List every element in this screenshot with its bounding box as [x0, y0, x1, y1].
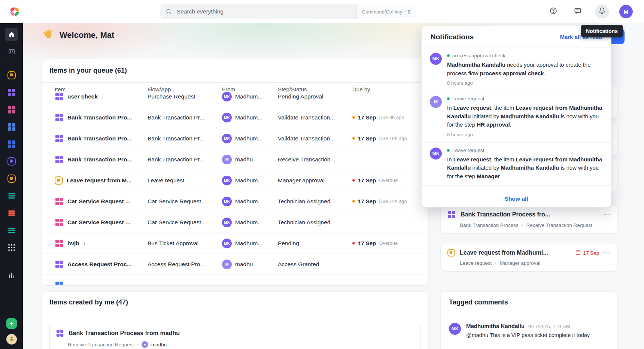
from-avatar: MK	[222, 218, 232, 227]
notification-type: Leave request	[452, 96, 484, 101]
queue-row[interactable]: hvjb↓Bus Ticket ApprovalMKMadhum...Pendi…	[42, 233, 428, 254]
sidebar-item-app-pink-grid[interactable]	[5, 103, 18, 116]
item-flow: Access Request Pro...	[148, 261, 222, 268]
sidebar-item-boards[interactable]	[5, 45, 18, 58]
queue-row[interactable]: Bank Transaction Pro...Bank Transaction …	[42, 128, 428, 149]
item-name: Bank Transaction Pro...	[67, 135, 132, 142]
sidebar-item-process-teal-2[interactable]	[5, 224, 18, 237]
notification-time: 8 hours ago	[447, 80, 604, 86]
created-item[interactable]: Bank Transaction Process from madhuRecei…	[49, 323, 421, 349]
sidebar-item-app-amber-frame[interactable]	[5, 172, 18, 185]
tagged-comments-card: Tagged comments MKMadhumitha Kandallu9/1…	[441, 292, 617, 349]
search-input[interactable]: Search everything Command/Ctrl key + E	[160, 4, 416, 19]
sidebar-item-dataset-red[interactable]	[5, 206, 18, 220]
column-header-due-by: Due by	[352, 86, 422, 92]
comment-body: Madhumitha Kandallu9/17/2025, 1:11 AM@ma…	[466, 323, 590, 338]
item-app-icon	[7, 105, 16, 114]
item-app-icon	[55, 176, 63, 185]
queue-row[interactable]: Bank Transaction Pro...Bank Transaction …	[42, 149, 428, 170]
queue-card: Items in your queue (61) ItemFlow/AppFro…	[42, 59, 428, 285]
sidebar-item-app-purple-grid[interactable]	[5, 86, 18, 99]
item-flow: Bank Transaction Pr...	[148, 156, 222, 163]
from-name: Madhum...	[235, 93, 262, 100]
user-avatar[interactable]: M	[619, 5, 633, 18]
process-teal-icon	[8, 193, 15, 198]
item-flow: Car Service Request...	[148, 219, 222, 226]
sidebar-item-app-indigo-frame[interactable]	[5, 155, 18, 168]
item-app-icon	[447, 210, 456, 219]
item-app-icon	[56, 329, 64, 337]
notification-item[interactable]: MKLeave requestIn Leave request, the ite…	[422, 143, 611, 186]
from-avatar: MK	[222, 92, 232, 101]
item-app-icon	[55, 239, 64, 248]
right-card-top: Bank Transaction Process fro...⋯	[447, 210, 611, 219]
from-cell: MKMadhum...	[222, 113, 278, 122]
item-name: Car Service Request ...	[67, 219, 130, 226]
notifications-button[interactable]	[595, 4, 609, 19]
sidebar-item-analytics[interactable]	[5, 268, 18, 282]
item-due: 17 SepDue 9h ago	[352, 114, 422, 121]
queue-row[interactable]: Car Service Request ...Car Service Reque…	[42, 191, 428, 212]
show-all-link[interactable]: Show all	[505, 195, 528, 202]
right-item-card[interactable]: Bank Transaction Process fro...⋯Bank Tra…	[441, 205, 617, 233]
created-item-step: Receive Transaction Request	[68, 342, 134, 348]
right-item-card[interactable]: Leave request from Madhumi...17 Sep⋯Leav…	[441, 243, 617, 271]
tagged-comments-list: MKMadhumitha Kandallu9/17/2025, 1:11 AM@…	[449, 323, 609, 338]
item-flow: Car Service Request...	[148, 198, 222, 205]
due-dash: —	[352, 261, 358, 268]
sidebar-item-app-blue-grid[interactable]	[5, 120, 18, 134]
kissflow-logo-icon	[9, 6, 20, 19]
sidebar-user-avatar[interactable]	[6, 334, 17, 345]
due-date: 17 Sep	[358, 135, 376, 142]
sidebar-item-home[interactable]	[5, 28, 18, 41]
from-avatar: MK	[222, 197, 232, 206]
notification-item[interactable]: MLeave requestIn Leave request, the item…	[422, 91, 611, 143]
more-menu-icon[interactable]: ⋯	[604, 213, 611, 216]
queue-row[interactable]: Leave request from M...Leave requestMKMa…	[42, 170, 428, 191]
due-status-dot	[352, 179, 355, 182]
notification-avatar: M	[430, 96, 442, 108]
item-due: 17 SepOverdue	[352, 240, 422, 246]
from-name: Madhum...	[235, 240, 262, 247]
notification-avatar: MK	[430, 53, 442, 65]
item-status: Technician Assigned	[278, 219, 352, 226]
topbar: Search everything Command/Ctrl key + E M	[0, 0, 644, 23]
bullet-separator: •	[137, 342, 139, 348]
queue-row[interactable]	[42, 275, 428, 285]
help-button[interactable]	[546, 4, 561, 19]
sidebar-item-all-apps[interactable]	[5, 241, 18, 254]
item-status: Pending Approval	[278, 93, 352, 100]
queue-row[interactable]: Access Request Proc...Access Request Pro…	[42, 254, 428, 275]
queue-row[interactable]: Car Service Request ...Car Service Reque…	[42, 212, 428, 233]
item-name: hvjb	[67, 240, 79, 247]
created-card: Items created by me (47) Bank Transactio…	[42, 292, 428, 349]
feedback-button[interactable]	[571, 4, 585, 19]
created-item-title: Bank Transaction Process from madhu	[69, 330, 180, 337]
from-name: madhu	[235, 156, 253, 163]
notification-content: process approval checkMadhumitha Kandall…	[447, 53, 604, 86]
tagged-comment[interactable]: MKMadhumitha Kandallu9/17/2025, 1:11 AM@…	[449, 323, 609, 338]
calendar-icon	[575, 249, 581, 257]
right-card-title: Leave request from Madhumi...	[460, 249, 571, 256]
notification-item[interactable]: MKprocess approval checkMadhumitha Kanda…	[422, 48, 611, 91]
item-app-icon	[7, 71, 16, 79]
sidebar-item-app-orange-frame[interactable]	[5, 69, 18, 82]
dataset-red-icon	[8, 210, 15, 216]
column-header-step-status: Step/Status	[278, 86, 352, 92]
item-flow: Bank Transaction Pr...	[148, 135, 222, 142]
item-status: Receive Transaction...	[278, 156, 352, 163]
item-flow: Bus Ticket Approval	[148, 240, 222, 247]
from-name: Madhum...	[235, 177, 262, 184]
notification-time: 8 hours ago	[447, 132, 604, 137]
more-menu-icon[interactable]: ⋯	[604, 251, 611, 255]
item-due: 17 SepOverdue	[352, 177, 422, 183]
from-name: Madhum...	[235, 114, 262, 121]
queue-row[interactable]: Bank Transaction Pro...Bank Transaction …	[42, 107, 428, 128]
item-name: Bank Transaction Pro...	[67, 114, 132, 121]
sidebar-item-process-teal[interactable]	[5, 189, 18, 203]
item-due: 17 SepDue 10h ago	[352, 135, 422, 142]
sidebar-item-app-royal-blue-grid[interactable]	[5, 137, 18, 151]
notification-content: Leave requestIn Leave request, the item …	[447, 96, 604, 137]
create-new-button[interactable]: +	[6, 318, 17, 329]
right-card-top: Leave request from Madhumi...17 Sep⋯	[447, 249, 611, 257]
